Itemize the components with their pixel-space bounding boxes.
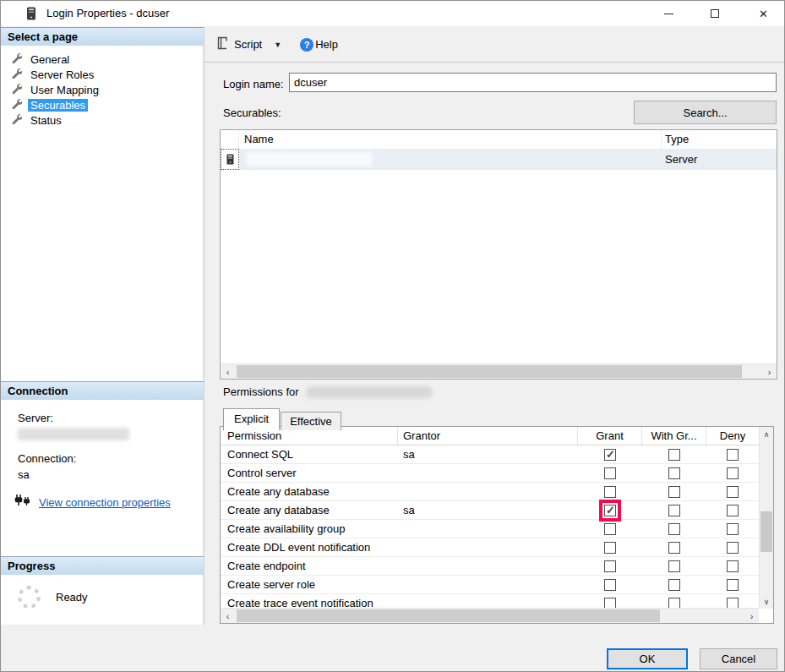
scroll-track[interactable] bbox=[235, 609, 744, 623]
name-column-header[interactable]: Name bbox=[239, 130, 662, 149]
grant-checkbox[interactable] bbox=[604, 579, 616, 591]
sidebar-page-item[interactable]: General bbox=[1, 52, 203, 67]
login-name-input[interactable] bbox=[289, 73, 777, 92]
permission-cell: Create any database bbox=[221, 501, 398, 519]
page-list: General Server Roles User Mapping Secura… bbox=[1, 46, 204, 381]
window-title: Login Properties - dcuser bbox=[46, 7, 169, 19]
grantor-cell bbox=[398, 576, 578, 593]
securables-label: Securables: bbox=[223, 107, 281, 119]
grant-checkbox[interactable] bbox=[604, 560, 616, 572]
sidebar-page-item[interactable]: Status bbox=[1, 112, 203, 128]
sidebar-page-item[interactable]: Securables bbox=[1, 97, 203, 112]
permissions-tabs: Explicit Effective bbox=[223, 407, 341, 429]
deny-column-header[interactable]: Deny bbox=[706, 427, 759, 445]
scroll-right-icon[interactable]: › bbox=[744, 609, 759, 624]
help-label[interactable]: Help bbox=[315, 38, 338, 51]
permission-row[interactable]: Create endpoint bbox=[221, 557, 759, 576]
connection-label: Connection: bbox=[18, 452, 203, 465]
redacted-securable-name bbox=[246, 152, 373, 167]
scroll-thumb[interactable] bbox=[237, 365, 742, 378]
scroll-left-icon[interactable]: ‹ bbox=[221, 609, 235, 624]
grant-checkbox[interactable] bbox=[604, 505, 616, 516]
deny-checkbox[interactable] bbox=[727, 505, 739, 516]
deny-checkbox[interactable] bbox=[727, 486, 739, 498]
grant-checkbox[interactable] bbox=[604, 523, 616, 535]
page-item-label: General bbox=[28, 53, 72, 66]
deny-checkbox[interactable] bbox=[727, 579, 739, 591]
securables-horizontal-scrollbar[interactable]: ‹ › bbox=[221, 363, 777, 379]
permission-row[interactable]: Create DDL event notification bbox=[221, 538, 759, 557]
search-button[interactable]: Search... bbox=[634, 101, 777, 124]
with-grant-column-header[interactable]: With Gr... bbox=[642, 427, 706, 445]
grant-checkbox[interactable] bbox=[604, 467, 616, 479]
close-button[interactable]: ✕ bbox=[744, 1, 782, 26]
scroll-right-icon[interactable]: › bbox=[762, 364, 777, 380]
server-label: Server: bbox=[18, 412, 203, 424]
scroll-track[interactable] bbox=[235, 364, 762, 379]
with-grant-checkbox[interactable] bbox=[668, 542, 680, 554]
grant-column-header[interactable]: Grant bbox=[578, 427, 642, 445]
permission-row[interactable]: Create any database bbox=[221, 483, 759, 501]
vertical-scroll-thumb[interactable] bbox=[760, 511, 772, 552]
type-column-header[interactable]: Type bbox=[662, 130, 777, 149]
login-properties-dialog: Login Properties - dcuser ✕ Select a pag… bbox=[0, 0, 785, 672]
wrench-icon bbox=[11, 83, 22, 96]
scroll-down-icon[interactable]: ∨ bbox=[760, 594, 773, 609]
script-dropdown-arrow-icon[interactable]: ▼ bbox=[274, 41, 281, 49]
script-button[interactable]: Script ▼ bbox=[215, 33, 286, 56]
grantor-column-header[interactable]: Grantor bbox=[398, 427, 578, 445]
row-selector-cell[interactable] bbox=[221, 149, 239, 170]
permission-row[interactable]: Connect SQL sa bbox=[221, 445, 759, 464]
tab-effective[interactable]: Effective bbox=[281, 412, 341, 430]
deny-checkbox[interactable] bbox=[727, 449, 739, 461]
with-grant-checkbox[interactable] bbox=[668, 505, 680, 516]
grant-checkbox[interactable] bbox=[604, 542, 616, 554]
with-grant-checkbox[interactable] bbox=[668, 523, 680, 535]
deny-checkbox[interactable] bbox=[727, 560, 739, 572]
wrench-icon bbox=[11, 52, 22, 66]
maximize-icon bbox=[711, 9, 719, 18]
page-item-label: Status bbox=[28, 114, 64, 127]
permission-row[interactable]: Control server bbox=[221, 464, 759, 483]
redacted-server-name bbox=[18, 428, 129, 440]
with-grant-checkbox[interactable] bbox=[668, 449, 680, 461]
cancel-button[interactable]: Cancel bbox=[700, 648, 777, 669]
permissions-for-label: Permissions for bbox=[223, 385, 299, 398]
permission-cell: Create any database bbox=[221, 483, 398, 500]
select-a-page-header: Select a page bbox=[1, 27, 204, 46]
progress-header: Progress bbox=[1, 556, 204, 575]
minimize-button[interactable] bbox=[650, 1, 688, 26]
permission-row[interactable]: Create server role bbox=[221, 576, 759, 594]
view-connection-properties-link[interactable]: View connection properties bbox=[39, 496, 171, 509]
grantor-cell bbox=[398, 520, 578, 538]
sidebar-page-item[interactable]: User Mapping bbox=[1, 82, 203, 97]
scroll-left-icon[interactable]: ‹ bbox=[221, 364, 235, 380]
permissions-horizontal-scrollbar[interactable]: ‹ › bbox=[221, 608, 759, 623]
with-grant-checkbox[interactable] bbox=[668, 560, 680, 572]
deny-checkbox[interactable] bbox=[727, 467, 739, 479]
toolbar: Script ▼ ? Help bbox=[204, 27, 785, 63]
sidebar-page-item[interactable]: Server Roles bbox=[1, 67, 203, 82]
permissions-vertical-scrollbar[interactable]: ∧ ∨ bbox=[759, 427, 773, 609]
deny-checkbox[interactable] bbox=[727, 523, 739, 535]
deny-checkbox[interactable] bbox=[727, 542, 739, 554]
permission-row[interactable]: Create availability group bbox=[221, 520, 759, 538]
with-grant-checkbox[interactable] bbox=[668, 467, 680, 479]
grant-checkbox[interactable] bbox=[604, 486, 616, 498]
tab-explicit[interactable]: Explicit bbox=[223, 408, 280, 430]
with-grant-checkbox[interactable] bbox=[668, 486, 680, 498]
scroll-up-icon[interactable]: ∧ bbox=[760, 427, 773, 441]
securables-table-header: Name Type bbox=[221, 130, 777, 149]
help-icon[interactable]: ? bbox=[300, 38, 313, 52]
permission-row[interactable]: Create any database sa bbox=[221, 501, 759, 520]
grantor-cell bbox=[398, 538, 578, 556]
grant-checkbox[interactable] bbox=[604, 449, 616, 461]
securables-row[interactable]: Server bbox=[221, 149, 777, 170]
ok-button[interactable]: OK bbox=[607, 648, 688, 669]
maximize-button[interactable] bbox=[695, 1, 733, 26]
securable-name-cell bbox=[239, 149, 662, 170]
wrench-icon bbox=[11, 98, 22, 112]
scroll-thumb[interactable] bbox=[237, 609, 660, 622]
securables-table: Name Type Server ‹ › bbox=[220, 129, 777, 380]
with-grant-checkbox[interactable] bbox=[668, 579, 680, 591]
